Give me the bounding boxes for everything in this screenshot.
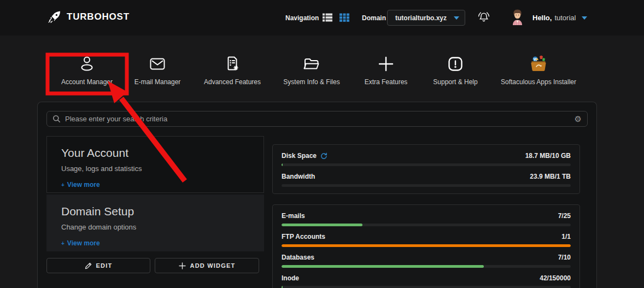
widget-subtitle: Usage, logs and statistics: [61, 164, 249, 173]
folder-icon: [302, 54, 321, 74]
add-widget-button[interactable]: ADD WIDGET: [155, 258, 259, 273]
widget-domain-setup[interactable]: Domain Setup Change domain options + Vie…: [46, 195, 264, 251]
stat-row-disk-space: Disk Space 18.7 MB/10 GB: [282, 152, 571, 166]
brand-name: TURBOHOST: [67, 11, 130, 22]
menu-item-label: Support & Help: [433, 78, 477, 86]
progress-track: [282, 265, 571, 268]
pencil-icon: [85, 262, 92, 269]
progress-fill: [282, 224, 362, 226]
stat-value: 7/10: [558, 254, 571, 261]
view-more-label: View more: [67, 181, 100, 189]
document-gear-icon: [223, 54, 242, 74]
stat-label: Databases: [282, 254, 314, 261]
edit-button[interactable]: EDIT: [46, 258, 150, 273]
menu-item-label: Extra Features: [365, 78, 408, 86]
menu-item-label: Advanced Features: [204, 78, 261, 86]
rocket-icon: [47, 9, 62, 25]
refresh-icon[interactable]: [320, 152, 327, 160]
dashboard-panel: ⚙ Your Account Usage, logs and statistic…: [37, 102, 597, 288]
domain-select-value: tutorialturbo.xyz: [395, 14, 447, 22]
add-widget-button-label: ADD WIDGET: [190, 262, 236, 269]
menu-item-label: E-mail Manager: [134, 78, 181, 86]
stat-row-emails: E-mails 7/25: [282, 212, 571, 226]
stat-value: 42/150000: [540, 274, 571, 282]
envelope-icon: [148, 54, 167, 74]
toolbox-icon: W: [529, 54, 548, 74]
view-more-label: View more: [67, 239, 100, 247]
progress-track: [282, 163, 571, 166]
search-icon: [52, 115, 61, 123]
progress-fill: [282, 265, 484, 268]
domain-label: Domain: [362, 14, 386, 22]
exclamation-icon: [446, 54, 465, 74]
menu-item-label: Account Manager: [61, 78, 113, 86]
progress-track: [282, 286, 571, 288]
menu-item-softaculous[interactable]: W Softaculous Apps Installer: [489, 54, 588, 86]
widget-title: Your Account: [61, 146, 249, 160]
top-navbar: TURBOHOST Navigation Domain tutorialturb…: [0, 0, 644, 36]
stat-value: 23.9 MB/1 TB: [530, 173, 571, 180]
stat-value: 1/1: [561, 233, 571, 240]
stat-label: Bandwidth: [282, 173, 315, 180]
stat-label: FTP Accounts: [282, 233, 325, 240]
search-input[interactable]: [65, 115, 575, 123]
view-more-link[interactable]: + View more: [61, 181, 249, 189]
stat-value: 7/25: [558, 212, 571, 220]
grid-view-icon[interactable]: [339, 12, 350, 23]
progress-track: [282, 184, 571, 187]
menu-item-label: Softaculous Apps Installer: [501, 78, 576, 86]
widget-your-account[interactable]: Your Account Usage, logs and statistics …: [46, 136, 264, 193]
usage-card-disk-bandwidth: Disk Space 18.7 MB/10 GB Bandwidth 23.9 …: [272, 144, 580, 194]
stat-row-inode: Inode 42/150000: [282, 274, 571, 288]
widget-subtitle: Change domain options: [61, 223, 249, 231]
stat-row-databases: Databases 7/10: [282, 254, 571, 268]
plus-prefix: +: [61, 240, 65, 246]
menu-item-label: System Info & Files: [283, 78, 339, 86]
stat-label: Inode: [282, 274, 299, 282]
notifications-bell-icon[interactable]: [477, 10, 491, 25]
progress-fill: [282, 286, 283, 288]
settings-gear-icon[interactable]: ⚙: [575, 115, 582, 123]
usage-card-accounts: E-mails 7/25 FTP Accounts 1/1 Databases …: [272, 204, 580, 288]
brand-logo[interactable]: TURBOHOST: [47, 9, 130, 25]
plus-prefix: +: [61, 182, 65, 188]
domain-select[interactable]: tutorialturbo.xyz: [387, 10, 465, 26]
progress-fill: [282, 163, 283, 166]
edit-button-label: EDIT: [96, 262, 113, 269]
stat-row-ftp-accounts: FTP Accounts 1/1: [282, 233, 571, 247]
progress-track: [282, 224, 571, 226]
user-greeting[interactable]: Hello, tutorial: [532, 14, 587, 22]
search-bar: ⚙: [46, 111, 588, 127]
chevron-down-icon: [454, 16, 459, 20]
progress-track: [282, 244, 571, 247]
view-more-link[interactable]: + View more: [61, 239, 249, 247]
stat-label: Disk Space: [282, 152, 317, 160]
plus-icon: [179, 262, 186, 269]
widget-title: Domain Setup: [61, 205, 249, 218]
greeting-username: tutorial: [554, 14, 576, 22]
person-icon: [78, 54, 96, 74]
stat-value: 18.7 MB/10 GB: [525, 152, 571, 160]
user-avatar[interactable]: [512, 9, 523, 25]
list-view-icon[interactable]: [322, 12, 333, 23]
greeting-hello: Hello,: [532, 14, 552, 22]
stat-row-bandwidth: Bandwidth 23.9 MB/1 TB: [282, 173, 571, 187]
stat-label: E-mails: [282, 212, 305, 220]
chevron-down-icon: [582, 16, 587, 20]
plus-icon: [377, 54, 395, 74]
navigation-label: Navigation: [285, 14, 319, 22]
progress-fill: [282, 244, 571, 247]
